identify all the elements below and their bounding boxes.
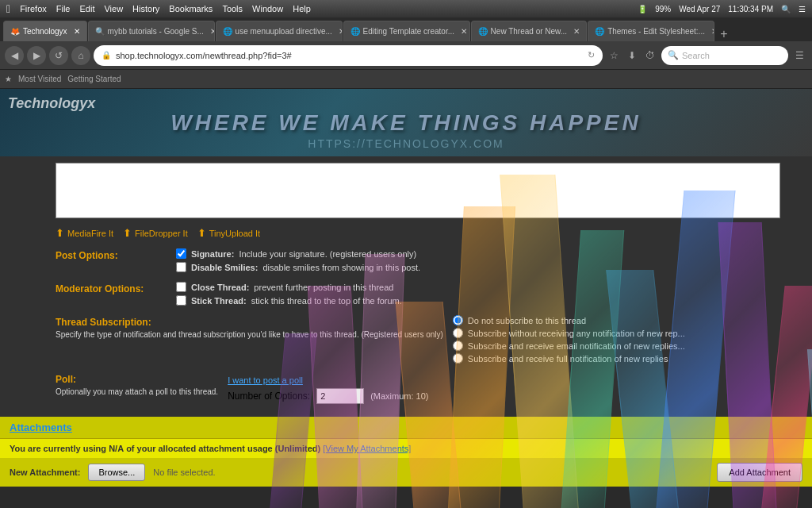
tab-favicon-6: 🌐 xyxy=(595,27,604,36)
menu-history[interactable]: History xyxy=(132,4,159,13)
tab-favicon-4: 🌐 xyxy=(350,27,360,36)
no-file-text: No file selected. xyxy=(153,468,215,477)
page-content: Technologyx WHERE WE MAKE THINGS HAPPEN … xyxy=(0,89,812,508)
tab-favicon-3: 🌐 xyxy=(223,27,232,36)
menu-window[interactable]: Window xyxy=(252,4,283,13)
sub-radio-1[interactable] xyxy=(453,315,463,325)
post-options-content: Signature: Include your signature. (regi… xyxy=(176,248,780,275)
tinyupload-label: TinyUpload It xyxy=(209,229,260,238)
sub-radio-2[interactable] xyxy=(453,328,463,338)
tab-editing[interactable]: 🌐 Editing Template creator... ✕ xyxy=(343,21,470,41)
menu-icon[interactable]: ☰ xyxy=(791,48,807,64)
site-header-url: HTTPS://TECHNOLOGYX.COM xyxy=(308,137,504,150)
menu-view[interactable]: View xyxy=(104,4,123,13)
most-visited[interactable]: Most Visited xyxy=(18,75,61,83)
tab-favicon-1: 🦊 xyxy=(10,27,20,36)
close-thread-text: prevent further posting in this thread xyxy=(254,283,393,292)
toolbar-icons: ☆ ⬇ ⏱ xyxy=(606,48,658,64)
tab-label-5: New Thread or New... xyxy=(491,27,568,36)
poll-label-col: Poll: Optionally you may attach a poll t… xyxy=(56,372,218,404)
view-attachments-link[interactable]: [View My Attachments] xyxy=(323,444,411,453)
tab-newthread[interactable]: 🌐 New Thread or New... ✕ xyxy=(471,21,588,41)
post-text-editor[interactable] xyxy=(56,163,780,218)
sub-label-2: Subscribe without receiving any notifica… xyxy=(468,329,685,338)
tab-close-6[interactable]: ✕ xyxy=(711,27,714,36)
forward-button[interactable]: ▶ xyxy=(27,46,46,65)
home-button[interactable]: ⌂ xyxy=(71,46,90,65)
menu-file[interactable]: File xyxy=(56,4,71,13)
poll-number-input[interactable] xyxy=(316,388,364,404)
poll-number-row: Number of Options: (Maximum: 10) xyxy=(228,388,780,404)
tab-label-6: Themes - Edit Stylesheet:... xyxy=(607,27,705,36)
address-bar[interactable]: 🔒 shop.technologyx.com/newthread.php?fid… xyxy=(94,45,603,66)
tab-label-3: use menuupload directive... xyxy=(236,27,332,36)
post-options-label: Post Options: xyxy=(56,248,167,275)
tab-favicon-5: 🌐 xyxy=(478,27,488,36)
getting-started[interactable]: Getting Started xyxy=(67,75,121,83)
signature-text: Include your signature. (registered user… xyxy=(239,249,416,259)
datetime: Wed Apr 27 xyxy=(679,5,720,13)
add-attachment-button[interactable]: Add Attachment xyxy=(717,463,802,482)
new-attachment-row: New Attachment: Browse... No file select… xyxy=(0,458,812,487)
time: 11:30:34 PM xyxy=(728,5,773,13)
menu-edit[interactable]: Edit xyxy=(79,4,94,13)
subscription-label: Thread Subscription: xyxy=(56,315,443,328)
poll-input-row: I want to post a poll xyxy=(228,375,780,385)
tab-google[interactable]: 🔍 mybb tutorials - Google S... ✕ xyxy=(88,21,215,41)
filedropper-label: FileDropper It xyxy=(135,229,188,238)
sub-radio-3[interactable] xyxy=(453,341,463,351)
bookmark-icon[interactable]: ☆ xyxy=(606,48,622,64)
poll-link[interactable]: I want to post a poll xyxy=(228,375,303,385)
reload-icon[interactable]: ↻ xyxy=(588,50,595,60)
tinyupload-button[interactable]: ⬆ TinyUpload It xyxy=(197,227,260,239)
reload-button[interactable]: ↺ xyxy=(49,46,68,65)
menu-bookmarks[interactable]: Bookmarks xyxy=(169,4,213,13)
search-magnifier-icon: 🔍 xyxy=(668,50,679,60)
new-tab-button[interactable]: + xyxy=(715,27,732,41)
attachments-title[interactable]: Attachments xyxy=(10,421,72,433)
back-button[interactable]: ◀ xyxy=(5,46,24,65)
smilies-checkbox[interactable] xyxy=(176,262,186,272)
lock-icon: 🔒 xyxy=(102,51,111,60)
stick-thread-label: Stick Thread: xyxy=(191,296,247,306)
history-icon[interactable]: ⏱ xyxy=(642,48,658,64)
close-thread-checkbox[interactable] xyxy=(176,282,186,292)
sub-label-3: Subscribe and receive email notification… xyxy=(468,341,685,351)
tab-close-1[interactable]: ✕ xyxy=(74,27,80,36)
menu-firefox[interactable]: Firefox xyxy=(20,4,47,13)
tab-menuupload[interactable]: 🌐 use menuupload directive... ✕ xyxy=(216,21,343,41)
notification-icon[interactable]: ☰ xyxy=(799,5,806,13)
tab-technologyx[interactable]: 🦊 Technologyx ✕ xyxy=(3,21,87,41)
mediafire-button[interactable]: ⬆ MediaFire It xyxy=(56,227,113,239)
menu-tools[interactable]: Tools xyxy=(222,4,243,13)
tab-close-5[interactable]: ✕ xyxy=(573,27,580,36)
thread-subscription-section: Thread Subscription: Specify the type of… xyxy=(56,315,780,366)
tab-close-3[interactable]: ✕ xyxy=(339,27,343,36)
search-box[interactable]: 🔍 Search xyxy=(661,46,788,65)
browser-toolbar: ◀ ▶ ↺ ⌂ 🔒 shop.technologyx.com/newthread… xyxy=(0,41,812,70)
filedropper-button[interactable]: ⬆ FileDropper It xyxy=(123,227,188,239)
poll-label: Poll: xyxy=(56,372,218,385)
poll-content: I want to post a poll Number of Options:… xyxy=(228,372,780,404)
search-icon[interactable]: 🔍 xyxy=(781,5,791,13)
attachments-info: You are currently using N/A of your allo… xyxy=(0,439,812,458)
browse-button[interactable]: Browse... xyxy=(88,464,145,481)
poll-description: Optionally you may attach a poll to this… xyxy=(56,387,218,398)
moderator-options-section: Moderator Options: Close Thread: prevent… xyxy=(56,282,780,309)
tab-close-2[interactable]: ✕ xyxy=(210,27,215,36)
stick-thread-checkbox[interactable] xyxy=(176,295,186,306)
download-icon[interactable]: ⬇ xyxy=(624,48,640,64)
apple-icon[interactable]:  xyxy=(6,2,10,15)
sub-radio-4[interactable] xyxy=(453,353,463,364)
new-attachment-label: New Attachment: xyxy=(10,468,80,477)
moderator-options-label: Moderator Options: xyxy=(56,282,167,309)
signature-row: Signature: Include your signature. (regi… xyxy=(176,248,780,259)
form-area: ⬆ MediaFire It ⬆ FileDropper It ⬆ TinyUp… xyxy=(0,156,812,417)
tab-themes[interactable]: 🌐 Themes - Edit Stylesheet:... ✕ xyxy=(588,21,714,41)
tab-close-4[interactable]: ✕ xyxy=(461,27,467,36)
sub-label-4: Subscribe and receive full notification … xyxy=(468,354,668,364)
mac-status: 🔋 99% Wed Apr 27 11:30:34 PM 🔍 ☰ xyxy=(638,5,806,13)
menu-help[interactable]: Help xyxy=(293,4,311,13)
signature-checkbox[interactable] xyxy=(176,248,186,259)
subscription-options: Do not subscribe to this thread Subscrib… xyxy=(453,315,780,366)
